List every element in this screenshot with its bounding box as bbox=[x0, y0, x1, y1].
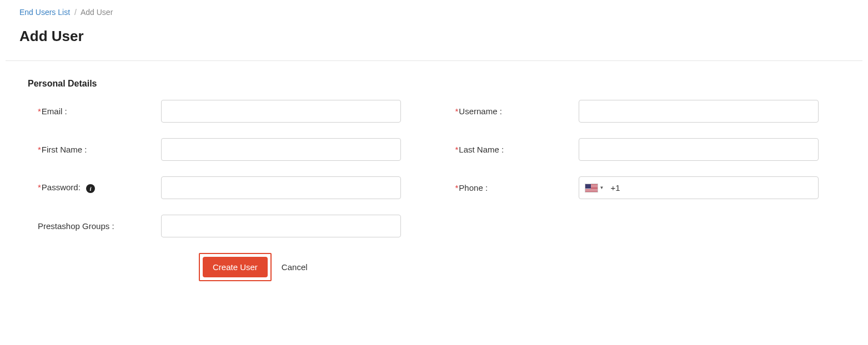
input-wrap: ▼ +1 bbox=[579, 176, 841, 199]
label-password: *Password: i bbox=[28, 182, 161, 192]
info-icon[interactable]: i bbox=[86, 184, 95, 193]
form-row: Prestashop Groups : bbox=[28, 215, 840, 237]
form-col-lastname: *Last Name : bbox=[445, 138, 841, 161]
form-col-firstname: *First Name : bbox=[28, 138, 423, 161]
label-phone: *Phone : bbox=[445, 183, 579, 192]
form-col-groups: Prestashop Groups : bbox=[28, 215, 423, 237]
form-col-username: *Username : bbox=[445, 100, 841, 123]
label-text: Last Name : bbox=[459, 145, 504, 154]
input-wrap bbox=[161, 138, 423, 161]
chevron-down-icon[interactable]: ▼ bbox=[600, 185, 604, 190]
label-groups: Prestashop Groups : bbox=[28, 221, 161, 231]
required-mark: * bbox=[38, 145, 41, 154]
password-input[interactable] bbox=[161, 176, 401, 199]
username-input[interactable] bbox=[579, 100, 819, 123]
required-mark: * bbox=[455, 145, 459, 154]
actions-row: Create User Cancel bbox=[28, 253, 840, 281]
highlight-box: Create User bbox=[199, 253, 272, 281]
form-col-phone: *Phone : ▼ +1 bbox=[445, 176, 841, 199]
required-mark: * bbox=[455, 106, 459, 116]
input-wrap bbox=[161, 100, 423, 123]
lastname-input[interactable] bbox=[579, 138, 819, 161]
breadcrumb-separator: / bbox=[74, 8, 77, 17]
input-wrap bbox=[579, 100, 841, 123]
section-title: Personal Details bbox=[0, 61, 868, 100]
breadcrumb-current: Add User bbox=[81, 8, 113, 17]
label-text: First Name : bbox=[42, 145, 87, 154]
firstname-input[interactable] bbox=[161, 138, 401, 161]
email-input[interactable] bbox=[161, 100, 401, 123]
form-grid: *Email : *Username : *First Name : bbox=[0, 100, 868, 281]
label-text: Password: bbox=[42, 182, 81, 192]
required-mark: * bbox=[455, 183, 459, 192]
breadcrumb-parent[interactable]: End Users List bbox=[19, 8, 70, 17]
label-text: Email : bbox=[42, 106, 67, 116]
form-row: *Email : *Username : bbox=[28, 100, 840, 123]
form-col-empty bbox=[445, 215, 841, 237]
required-mark: * bbox=[38, 182, 41, 192]
label-lastname: *Last Name : bbox=[445, 145, 579, 154]
label-text: Prestashop Groups : bbox=[38, 221, 114, 231]
cancel-button[interactable]: Cancel bbox=[282, 262, 308, 272]
label-username: *Username : bbox=[445, 106, 579, 116]
form-col-email: *Email : bbox=[28, 100, 423, 123]
label-firstname: *First Name : bbox=[28, 145, 161, 154]
required-mark: * bbox=[38, 106, 41, 116]
create-user-button[interactable]: Create User bbox=[203, 257, 268, 277]
form-row: *First Name : *Last Name : bbox=[28, 138, 840, 161]
label-text: Username : bbox=[459, 106, 502, 116]
groups-input[interactable] bbox=[161, 215, 401, 237]
flag-us-icon[interactable] bbox=[585, 184, 598, 192]
dial-code: +1 bbox=[610, 183, 620, 192]
input-wrap bbox=[579, 138, 841, 161]
input-wrap bbox=[161, 176, 423, 199]
label-text: Phone : bbox=[459, 183, 488, 192]
form-col-password: *Password: i bbox=[28, 176, 423, 199]
form-row: *Password: i *Phone : ▼ +1 bbox=[28, 176, 840, 199]
label-email: *Email : bbox=[28, 106, 161, 116]
phone-input[interactable]: ▼ +1 bbox=[579, 176, 819, 199]
page-title: Add User bbox=[0, 17, 868, 60]
input-wrap bbox=[161, 215, 423, 237]
breadcrumb: End Users List / Add User bbox=[0, 0, 868, 17]
